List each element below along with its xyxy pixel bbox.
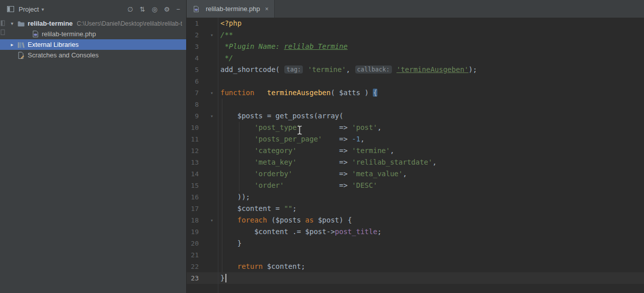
- chevron-down-icon[interactable]: ▾: [41, 7, 44, 12]
- code-line-9[interactable]: 9▾ $posts = get_posts(array(: [187, 110, 644, 122]
- code-token: ($posts: [267, 216, 305, 224]
- code-token: ;: [292, 204, 296, 212]
- project-panel: Project ▾ ∅⇅◎⚙− ▾relilab-termineC:\Users…: [0, 0, 187, 293]
- code-token: termineAusgeben: [267, 89, 331, 97]
- editor-area: relilab-termine.php × 1<?php2▾/**3 *Plug…: [187, 0, 644, 293]
- code-token: [297, 158, 339, 166]
- code-token: as: [305, 216, 314, 224]
- gutter: 4: [187, 52, 218, 64]
- code-line-23[interactable]: 23}: [187, 272, 644, 284]
- code-text: 'order' => 'DESC': [218, 180, 377, 191]
- tree-chevron-icon[interactable]: ▾: [7, 21, 17, 26]
- fold-arrow-icon[interactable]: ▾: [210, 87, 213, 99]
- tree-item-relilab-termine-php[interactable]: relilab-termine.php: [0, 29, 186, 39]
- line-number: 22: [187, 261, 199, 272]
- close-icon[interactable]: ×: [265, 6, 269, 13]
- project-panel-header: Project ▾ ∅⇅◎⚙−: [0, 0, 186, 18]
- code-token: 'DESC': [352, 181, 377, 189]
- gutter: 23: [187, 272, 218, 284]
- code-line-16[interactable]: 16 ));: [187, 191, 644, 203]
- code-text: [218, 76, 220, 87]
- code-token: function: [220, 89, 254, 97]
- project-panel-title[interactable]: Project: [19, 6, 39, 13]
- fold-arrow-icon[interactable]: ▾: [210, 29, 213, 41]
- fold-arrow-icon[interactable]: ▾: [210, 214, 213, 226]
- code-token: (: [331, 89, 339, 97]
- text-caret: [225, 274, 226, 282]
- tool-window-stripe-icon[interactable]: [1, 19, 5, 28]
- code-token: 'orderby': [254, 170, 292, 178]
- code-token: *Plugin Name:: [220, 42, 284, 50]
- code-line-11[interactable]: 11 'posts_per_page' => -1,: [187, 133, 644, 145]
- code-text: [218, 249, 220, 261]
- fold-arrow-icon[interactable]: ▾: [210, 110, 213, 122]
- code-line-6[interactable]: 6: [187, 76, 644, 87]
- code-token: 'category': [254, 146, 296, 155]
- code-line-7[interactable]: 7▾function termineAusgeben( $atts ) {: [187, 87, 644, 99]
- code-token: [284, 181, 339, 189]
- ide-window: Project ▾ ∅⇅◎⚙− ▾relilab-termineC:\Users…: [0, 0, 644, 293]
- line-number: 8: [187, 99, 199, 110]
- code-token: 'meta_key': [254, 158, 296, 166]
- locate-icon[interactable]: ◎: [151, 6, 157, 13]
- code-line-8[interactable]: 8: [187, 99, 644, 110]
- tree-item-relilab-termine[interactable]: ▾relilab-termineC:\Users\Daniel\Desktop\…: [0, 18, 186, 29]
- line-number: 7: [187, 87, 199, 99]
- gutter: 10: [187, 122, 218, 133]
- code-line-13[interactable]: 13 'meta_key' => 'relilab_startdate',: [187, 157, 644, 168]
- tree-item-label: External Libraries: [28, 41, 78, 48]
- line-number: 17: [187, 203, 199, 214]
- gutter: 5: [187, 64, 218, 76]
- gutter: 19: [187, 226, 218, 238]
- code-token: foreach: [237, 216, 267, 224]
- code-line-12[interactable]: 12 'category' => 'termine',: [187, 145, 644, 157]
- expand-collapse-icon[interactable]: ⇅: [140, 6, 145, 13]
- code-line-20[interactable]: 20 }: [187, 238, 644, 249]
- code-line-21[interactable]: 21: [187, 249, 644, 261]
- code-token: $content;: [263, 262, 305, 270]
- code-line-1[interactable]: 1<?php: [187, 18, 644, 29]
- editor-tab[interactable]: relilab-termine.php ×: [187, 0, 275, 18]
- editor-body[interactable]: 1<?php2▾/**3 *Plugin Name: relilab Termi…: [187, 18, 644, 293]
- hide-icon[interactable]: −: [176, 6, 180, 13]
- compact-icon[interactable]: ∅: [127, 6, 133, 13]
- code-line-2[interactable]: 2▾/**: [187, 29, 644, 41]
- line-number: 23: [187, 272, 199, 284]
- code-line-19[interactable]: 19 $content .= $post->post_title;: [187, 226, 644, 238]
- tree-item-external-libraries[interactable]: ▸External Libraries: [0, 39, 186, 50]
- line-number: 21: [187, 249, 199, 261]
- line-number: 3: [187, 41, 199, 52]
- code-token: $posts = get_posts(array(: [220, 112, 343, 120]
- parameter-hint-inlay: tag:: [284, 65, 303, 74]
- gutter: 20: [187, 238, 218, 249]
- tool-window-stripe-icon[interactable]: [1, 28, 5, 37]
- code-line-18[interactable]: 18▾ foreach ($posts as $post) {: [187, 214, 644, 226]
- gutter: 2▾: [187, 29, 218, 41]
- tree-chevron-icon[interactable]: ▸: [7, 42, 17, 47]
- code-token: [220, 216, 237, 224]
- code-line-3[interactable]: 3 *Plugin Name: relilab Termine: [187, 41, 644, 52]
- line-number: 16: [187, 191, 199, 203]
- code-line-22[interactable]: 22 return $content;: [187, 261, 644, 272]
- gutter: 1: [187, 18, 218, 29]
- library-icon: [17, 41, 25, 49]
- gutter: 6: [187, 76, 218, 87]
- code-line-10[interactable]: 10 'post_type' => 'post',: [187, 122, 644, 133]
- code-line-14[interactable]: 14 'orderby' => 'meta_value',: [187, 168, 644, 180]
- code-line-4[interactable]: 4 */: [187, 52, 644, 64]
- code-token: [220, 170, 254, 178]
- gutter: 7▾: [187, 87, 218, 99]
- settings-icon[interactable]: ⚙: [164, 6, 170, 13]
- editor-tab-bar: relilab-termine.php ×: [187, 0, 644, 18]
- code-text: /**: [218, 29, 233, 41]
- code-line-5[interactable]: 5add_shortcode( tag: 'termine', callback…: [187, 64, 644, 76]
- code-line-17[interactable]: 17 $content = "";: [187, 203, 644, 214]
- code-token: ,: [390, 146, 394, 155]
- code-token: /**: [220, 31, 233, 39]
- code-token: =>: [339, 158, 352, 166]
- code-line-15[interactable]: 15 'order' => 'DESC': [187, 180, 644, 191]
- tree-item-scratches-and-consoles[interactable]: Scratches and Consoles: [0, 50, 186, 60]
- php-file-icon: [192, 5, 200, 13]
- tree-item-path: C:\Users\Daniel\Desktop\relilab\relilab-…: [77, 20, 182, 27]
- line-number: 19: [187, 226, 199, 238]
